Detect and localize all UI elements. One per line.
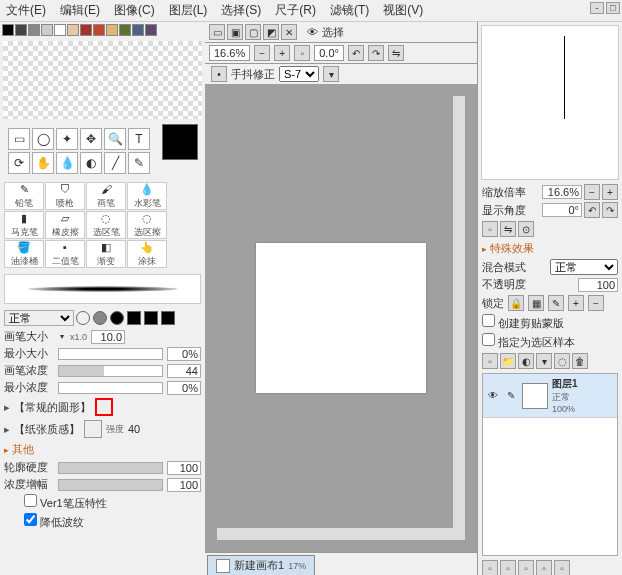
swatch[interactable] xyxy=(145,24,157,36)
sel-clear-icon[interactable]: ✕ xyxy=(281,24,297,40)
lb-5[interactable]: ▫ xyxy=(554,560,570,575)
menu-image[interactable]: 图像(C) xyxy=(114,2,155,19)
nav-rot-right-button[interactable]: ↷ xyxy=(602,202,618,218)
tip-circle-hard[interactable] xyxy=(110,311,124,325)
lock-paint-icon[interactable]: ▦ xyxy=(528,295,544,311)
nav-flip-button[interactable]: ⇋ xyxy=(500,221,516,237)
move-tool[interactable]: ✥ xyxy=(80,128,102,150)
bullet-icon[interactable]: • xyxy=(211,66,227,82)
rect-select-tool[interactable]: ▭ xyxy=(8,128,30,150)
opacity-value[interactable]: 100 xyxy=(578,278,618,292)
canvas[interactable] xyxy=(256,243,426,393)
menu-ruler[interactable]: 尺子(R) xyxy=(275,2,316,19)
tip-circle-soft[interactable] xyxy=(76,311,90,325)
new-layer-button[interactable]: ▫ xyxy=(482,353,498,369)
zoom-fit-button[interactable]: ▫ xyxy=(294,45,310,61)
brush-size-value[interactable]: 10.0 xyxy=(91,330,125,344)
swatch[interactable] xyxy=(80,24,92,36)
zoom-out-button[interactable]: − xyxy=(254,45,270,61)
sel-add-icon[interactable]: ▣ xyxy=(227,24,243,40)
lock-all-icon[interactable]: 🔒 xyxy=(508,295,524,311)
swatch[interactable] xyxy=(93,24,105,36)
new-folder-button[interactable]: 📁 xyxy=(500,353,516,369)
other-section-header[interactable]: 其他 xyxy=(0,440,205,459)
scrollbar-vertical[interactable] xyxy=(453,96,465,540)
flip-button[interactable]: ⇋ xyxy=(388,45,404,61)
brush-brush[interactable]: 🖌画笔 xyxy=(86,182,126,210)
swatch[interactable] xyxy=(15,24,27,36)
lb-4[interactable]: ▫ xyxy=(536,560,552,575)
lock-move-icon[interactable]: ✎ xyxy=(548,295,564,311)
zoom-in-button[interactable]: + xyxy=(274,45,290,61)
brush-smudge[interactable]: 👆涂抹 xyxy=(127,240,167,268)
zoom-tool[interactable]: 🔍 xyxy=(104,128,126,150)
merge-down-button[interactable]: ▾ xyxy=(536,353,552,369)
hand-tool[interactable]: ✋ xyxy=(32,152,54,174)
menu-select[interactable]: 选择(S) xyxy=(221,2,261,19)
min-size-slider[interactable] xyxy=(58,348,163,360)
document-tab[interactable]: 新建画布1 17% xyxy=(207,555,315,575)
swatch[interactable] xyxy=(41,24,53,36)
nav-rot-left-button[interactable]: ↶ xyxy=(584,202,600,218)
sel-inv-icon[interactable]: ◩ xyxy=(263,24,279,40)
intensity-value[interactable]: 40 xyxy=(128,423,140,435)
navigator-preview[interactable] xyxy=(481,25,619,180)
density-boost-value[interactable]: 100 xyxy=(167,478,201,492)
menu-edit[interactable]: 编辑(E) xyxy=(60,2,100,19)
menu-file[interactable]: 文件(E) xyxy=(6,2,46,19)
window-maximize-icon[interactable]: □ xyxy=(606,2,620,14)
tip-square-2[interactable] xyxy=(144,311,158,325)
text-tool[interactable]: T xyxy=(128,128,150,150)
layer-blend-select[interactable]: 正常 xyxy=(550,259,618,275)
clear-layer-button[interactable]: ◌ xyxy=(554,353,570,369)
stabilizer-opt-icon[interactable]: ▾ xyxy=(323,66,339,82)
brush-select-pen[interactable]: ◌选区笔 xyxy=(86,211,126,239)
scrollbar-horizontal[interactable] xyxy=(217,528,453,540)
magic-wand-tool[interactable]: ✦ xyxy=(56,128,78,150)
eyedropper-tool[interactable]: 💧 xyxy=(56,152,78,174)
menu-filter[interactable]: 滤镜(T) xyxy=(330,2,369,19)
brush-eraser[interactable]: ▱橡皮擦 xyxy=(45,211,85,239)
stabilizer-select[interactable]: S-7 xyxy=(279,66,319,82)
angle-input[interactable]: 0.0° xyxy=(314,45,344,61)
layer-item[interactable]: 👁 ✎ 图层1 正常 100% xyxy=(483,374,617,418)
nav-zoom-out-button[interactable]: − xyxy=(584,184,600,200)
lb-1[interactable]: ▫ xyxy=(482,560,498,575)
expand-icon[interactable]: ▸ xyxy=(4,401,10,414)
swatch[interactable] xyxy=(28,24,40,36)
rotate-tool[interactable]: ⟳ xyxy=(8,152,30,174)
clip-mask-checkbox[interactable] xyxy=(482,314,495,327)
lb-2[interactable]: ▫ xyxy=(500,560,516,575)
lock-dash-icon[interactable]: − xyxy=(588,295,604,311)
color-tool[interactable]: ◐ xyxy=(80,152,102,174)
brush-watercolor[interactable]: 💧水彩笔 xyxy=(127,182,167,210)
line-tool[interactable]: ╱ xyxy=(104,152,126,174)
effects-section-header[interactable]: 特殊效果 xyxy=(478,239,622,258)
tip-circle-med[interactable] xyxy=(93,311,107,325)
min-size-value[interactable]: 0% xyxy=(167,347,201,361)
edge-hardness-slider[interactable] xyxy=(58,462,163,474)
nav-zoom-value[interactable]: 16.6% xyxy=(542,185,582,199)
delete-layer-button[interactable]: 🗑 xyxy=(572,353,588,369)
ver1-checkbox[interactable] xyxy=(24,494,37,507)
rotate-right-button[interactable]: ↷ xyxy=(368,45,384,61)
nav-zoom-in-button[interactable]: + xyxy=(602,184,618,200)
tip-square-3[interactable] xyxy=(161,311,175,325)
brush-marker[interactable]: ▮马克笔 xyxy=(4,211,44,239)
brush-pencil[interactable]: ✎铅笔 xyxy=(4,182,44,210)
selection-source-checkbox[interactable] xyxy=(482,333,495,346)
brush-select-erase[interactable]: ◌选区擦 xyxy=(127,211,167,239)
dropdown-icon[interactable]: ▾ xyxy=(58,332,66,341)
brush-bucket[interactable]: 🪣油漆桶 xyxy=(4,240,44,268)
window-minimize-icon[interactable]: - xyxy=(590,2,604,14)
edge-hardness-value[interactable]: 100 xyxy=(167,461,201,475)
nav-fit-button[interactable]: ▫ xyxy=(482,221,498,237)
swatch[interactable] xyxy=(54,24,66,36)
reduce-noise-checkbox[interactable] xyxy=(24,513,37,526)
menu-view[interactable]: 视图(V) xyxy=(383,2,423,19)
swatch[interactable] xyxy=(119,24,131,36)
swatch[interactable] xyxy=(67,24,79,36)
brush-gradient[interactable]: ◧渐变 xyxy=(86,240,126,268)
swatch[interactable] xyxy=(106,24,118,36)
eye-icon[interactable]: 👁 xyxy=(486,390,500,401)
